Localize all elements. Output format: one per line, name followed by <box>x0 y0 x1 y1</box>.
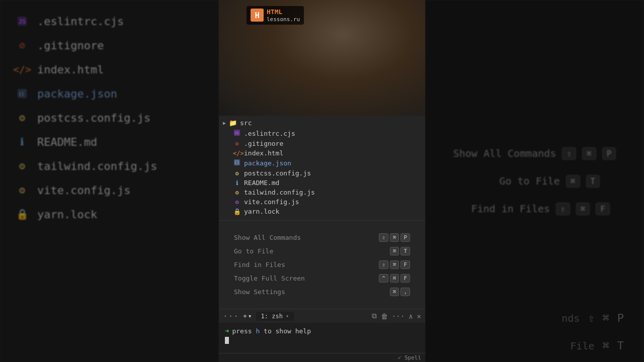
bg-file-postcss: ⚙ postcss.config.js <box>0 107 219 129</box>
eslint-icon: JS <box>15 14 29 28</box>
terminal-area: ··· + ▾ 1: zsh ▾ ⧉ 🗑 ··· ∧ × ➜ press h t… <box>219 309 425 353</box>
tab-arrow-icon[interactable]: ▾ <box>286 313 289 319</box>
terminal-split-icon[interactable]: ⧉ <box>372 312 377 320</box>
tree-readme-icon: ℹ <box>233 179 241 187</box>
bg-file-tailwind: ⚙ tailwind.config.js <box>0 155 219 177</box>
bg-key-cmd2: ⌘ <box>566 175 580 188</box>
tree-file-postcss[interactable]: ⚙ postcss.config.js <box>219 168 425 178</box>
badge-text: HTML lessons.ru <box>267 8 300 23</box>
terminal-dots-icon[interactable]: ··· <box>223 311 239 321</box>
tree-file-eslintrc[interactable]: JS .eslintrc.cjs <box>219 128 425 139</box>
terminal-header: ··· + ▾ 1: zsh ▾ ⧉ 🗑 ··· ∧ × <box>219 309 425 323</box>
cmd-goto-label: Go to File <box>234 247 273 255</box>
video-area: H HTML lessons.ru <box>219 0 425 116</box>
edge-key-cmd-1: ⌘ <box>603 312 609 324</box>
terminal-press-text: press h to show help <box>232 327 311 335</box>
spell-check-label: ✓ Spell <box>398 354 421 361</box>
tree-file-tailwind[interactable]: ⚙ tailwind.config.js <box>219 188 425 197</box>
html-lessons-badge: H HTML lessons.ru <box>247 6 304 25</box>
bg-key-t: T <box>586 175 600 188</box>
cmd-show-all[interactable]: Show All Commands ⇧ ⌘ P <box>234 231 410 244</box>
cmd-find-keys: ⇧ ⌘ F <box>379 260 410 269</box>
tree-gitignore-label: .gitignore <box>244 140 283 147</box>
terminal-more-icon[interactable]: ··· <box>392 312 405 320</box>
tree-vite-icon: ⚙ <box>233 199 241 206</box>
tree-tailwind-label: tailwind.config.js <box>244 189 315 196</box>
json-icon: {} <box>15 86 29 101</box>
edge-label-file: File <box>570 340 594 352</box>
bg-key-cmd3: ⌘ <box>576 203 590 215</box>
svg-text:{}: {} <box>234 160 239 165</box>
cmd-settings[interactable]: Show Settings ⌘ , <box>234 285 410 299</box>
bg-key-shift: ⇧ <box>562 147 576 160</box>
add-plus-icon: + <box>243 312 247 320</box>
bg-cmd-show-all: Show All Commands ⇧ ⌘ P <box>453 147 616 160</box>
terminal-chevron-up-icon[interactable]: ∧ <box>409 312 413 320</box>
tree-eslint-icon: JS <box>233 129 241 138</box>
terminal-kill-icon[interactable]: 🗑 <box>381 312 388 320</box>
right-edge-shortcuts: nds ⇧ ⌘ P File ⌘ T <box>425 302 644 362</box>
cmd-goto-file[interactable]: Go to File ⌘ T <box>234 244 410 258</box>
bg-key-shift2: ⇧ <box>556 203 570 215</box>
spell-check-status[interactable]: ✓ Spell <box>398 354 421 361</box>
tree-html-icon: </> <box>233 150 241 157</box>
terminal-tab-zsh[interactable]: 1: zsh ▾ <box>256 312 294 321</box>
badge-main-text: HTML <box>267 8 300 16</box>
tree-file-package-json[interactable]: {} package.json <box>219 158 425 168</box>
tree-readme-label: README.md <box>244 179 279 187</box>
bg-file-package-json-label: package.json <box>37 87 117 100</box>
bg-key-f: F <box>596 203 610 215</box>
bg-cmd-find-label: Find in Files <box>459 203 550 215</box>
edge-key-shift-1: ⇧ <box>588 312 594 324</box>
file-tree: ▶ 📁 src JS .eslintrc.cjs ⊘ .gitignore </… <box>219 116 425 220</box>
terminal-add-button[interactable]: + ▾ <box>243 312 252 320</box>
terminal-close-icon[interactable]: × <box>417 312 421 320</box>
bg-file-tailwind-label: tailwind.config.js <box>37 160 157 172</box>
yarn-lock-icon-bg: 🔒 <box>15 207 29 221</box>
tree-folder-src[interactable]: ▶ 📁 src <box>219 118 425 128</box>
edge-key-cmd-2: ⌘ <box>603 339 609 352</box>
add-arrow-icon: ▾ <box>248 312 252 320</box>
svg-text:JS: JS <box>234 131 238 135</box>
tree-file-readme[interactable]: ℹ README.md <box>219 178 425 188</box>
bg-file-gitignore: ⊘ .gitignore <box>0 34 219 56</box>
bg-file-eslint: JS .eslintrc.cjs <box>0 10 219 32</box>
tree-postcss-label: postcss.config.js <box>244 169 311 177</box>
edge-row-1: nds ⇧ ⌘ P <box>561 312 624 324</box>
key-shift-1: ⇧ <box>379 233 388 242</box>
cmd-find-files[interactable]: Find in Files ⇧ ⌘ F <box>234 258 410 272</box>
tree-yarn-lock-label: yarn.lock <box>244 208 279 215</box>
key-comma: , <box>400 288 410 296</box>
bg-file-index-html: </> index.html <box>0 58 219 80</box>
key-cmd-4: ⌘ <box>390 274 399 283</box>
tree-eslintrc-label: .eslintrc.cjs <box>244 130 295 137</box>
tree-file-index-html[interactable]: </> index.html <box>219 148 425 158</box>
status-bar: ✓ Spell <box>219 353 425 362</box>
tree-file-gitignore[interactable]: ⊘ .gitignore <box>219 139 425 148</box>
bg-cmd-show-all-label: Show All Commands <box>453 147 556 159</box>
bg-file-index-html-label: index.html <box>37 63 104 76</box>
key-shift-2: ⇧ <box>379 260 388 269</box>
bg-key-p: P <box>602 147 616 160</box>
terminal-toolbar-icons: ⧉ 🗑 ··· ∧ × <box>372 312 421 320</box>
cmd-settings-label: Show Settings <box>234 288 285 296</box>
bg-file-gitignore-label: .gitignore <box>37 39 104 52</box>
folder-name: src <box>240 119 252 127</box>
git-icon: ⊘ <box>15 38 29 52</box>
badge-sub-text: lessons.ru <box>267 16 300 23</box>
tree-vite-label: vite.config.js <box>244 198 299 206</box>
cmd-find-label: Find in Files <box>234 261 285 268</box>
tree-file-yarn-lock[interactable]: 🔒 yarn.lock <box>219 207 425 216</box>
center-panel: H HTML lessons.ru ▶ 📁 src JS .eslintrc.c… <box>219 0 425 362</box>
terminal-cursor <box>225 337 229 344</box>
html-icon: </> <box>15 62 29 76</box>
cmd-fullscreen[interactable]: Toggle Full Screen ^ ⌘ F <box>234 272 410 285</box>
terminal-cursor-line <box>225 337 419 344</box>
tree-git-icon: ⊘ <box>233 140 241 147</box>
tailwind-gear-icon: ⚙ <box>15 159 29 173</box>
prompt-arrow-icon: ➜ <box>225 327 229 335</box>
tree-tailwind-icon: ⚙ <box>233 189 241 196</box>
readme-info-icon: ℹ <box>15 135 29 149</box>
bg-file-eslint-label: .eslintrc.cjs <box>37 15 124 28</box>
tree-file-vite[interactable]: ⚙ vite.config.js <box>219 197 425 207</box>
